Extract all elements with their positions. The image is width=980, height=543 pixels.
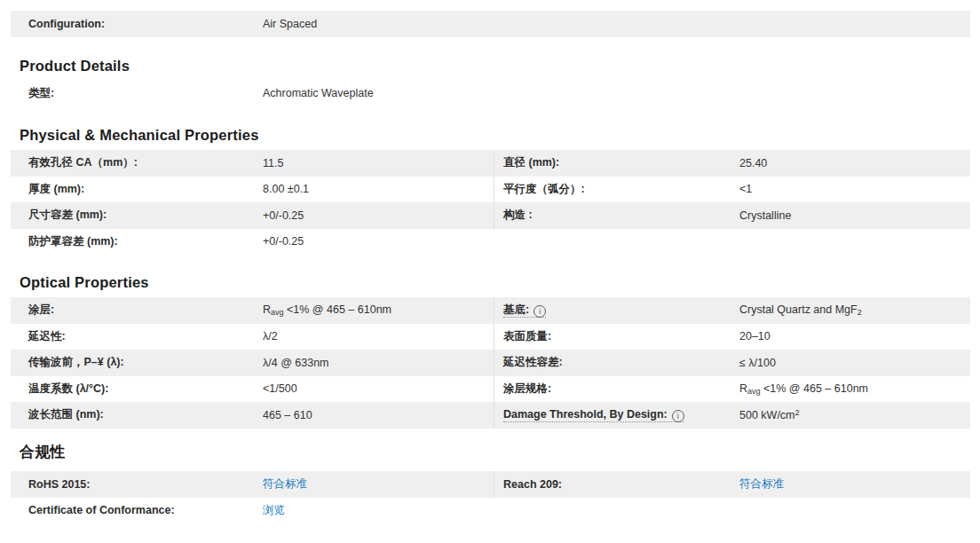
spec-label: 传输波前，P–¥ (λ):	[11, 355, 263, 370]
spec-value: Air Spaced	[263, 18, 317, 30]
spec-value: 8.00 ±0.1	[263, 183, 309, 195]
spec-value: <1	[739, 183, 752, 195]
compliance-heading: 合规性	[20, 444, 66, 461]
spec-label: RoHS 2015:	[11, 478, 263, 491]
info-icon[interactable]: i	[533, 305, 546, 318]
optical-properties-table: 涂层: Ravg <1% @ 465 – 610nm 延迟性: λ/2 传输波前…	[11, 297, 970, 429]
spec-label: 涂层:	[11, 303, 263, 318]
spec-value: λ/4 @ 633nm	[263, 357, 329, 369]
optical-left-column: 涂层: Ravg <1% @ 465 – 610nm 延迟性: λ/2 传输波前…	[11, 297, 494, 429]
spec-label: 延迟性容差:	[494, 355, 739, 370]
spec-label: 延迟性:	[11, 329, 263, 344]
spec-value: +0/-0.25	[263, 235, 304, 248]
compliance-right-column: Reach 209: 符合标准	[494, 471, 970, 498]
spec-row-rohs: RoHS 2015: 符合标准	[11, 471, 494, 498]
optical-properties-heading: Optical Properties	[20, 273, 149, 291]
spec-row-damage-threshold: Damage Threshold, By Design:i 500 kW/cm2	[494, 402, 970, 429]
spec-row-substrate: 基底:i Crystal Quartz and MgF2	[494, 297, 970, 324]
spec-label: 温度系数 (λ/°C):	[11, 382, 263, 397]
spec-label: 平行度（弧分）:	[494, 182, 739, 197]
spec-row-coating-specification: 涂层规格: Ravg <1% @ 465 – 610nm	[494, 376, 970, 403]
spec-value: Crystalline	[739, 209, 791, 222]
compliance-left-column: RoHS 2015: 符合标准 Certificate of Conforman…	[11, 471, 494, 523]
spec-label: 基底:i	[494, 303, 739, 318]
spec-row-transmitted-wavefront: 传输波前，P–¥ (λ): λ/4 @ 633nm	[11, 350, 494, 376]
rohs-compliant-link[interactable]: 符合标准	[263, 477, 307, 490]
spec-row-coating: 涂层: Ravg <1% @ 465 – 610nm	[11, 297, 494, 324]
spec-row-retardance: 延迟性: λ/2	[11, 324, 494, 350]
spec-row-reach: Reach 209: 符合标准	[494, 471, 970, 498]
optical-right-column: 基底:i Crystal Quartz and MgF2 表面质量: 20–10…	[494, 297, 970, 429]
spec-label: 波长范围 (nm):	[11, 407, 263, 422]
physical-left-column: 有效孔径 CA（mm）: 11.5 厚度 (mm): 8.00 ±0.1 尺寸容…	[11, 150, 494, 255]
spec-row-surface-quality: 表面质量: 20–10	[494, 324, 970, 350]
spec-label: Configuration:	[11, 18, 263, 30]
spec-row-clear-aperture: 有效孔径 CA（mm）: 11.5	[11, 150, 494, 177]
configuration-row: Configuration: Air Spaced	[11, 11, 970, 37]
spec-value: Ravg <1% @ 465 – 610nm	[739, 382, 868, 396]
physical-properties-heading: Physical & Mechanical Properties	[20, 126, 259, 144]
product-details-heading: Product Details	[20, 57, 130, 75]
spec-row-thickness: 厚度 (mm): 8.00 ±0.1	[11, 177, 494, 203]
compliance-table: RoHS 2015: 符合标准 Certificate of Conforman…	[11, 471, 970, 523]
spec-value: 浏览	[263, 503, 285, 518]
spec-row-diameter: 直径 (mm): 25.40	[494, 150, 970, 177]
spec-value: 500 kW/cm2	[739, 408, 800, 421]
spec-row-wavelength-range: 波长范围 (nm): 465 – 610	[11, 402, 494, 429]
spec-value: λ/2	[263, 330, 278, 342]
spec-value: +0/-0.25	[263, 209, 304, 222]
spec-value: 20–10	[739, 330, 771, 342]
spec-label: Reach 209:	[494, 478, 739, 491]
certificate-view-link[interactable]: 浏览	[263, 504, 285, 516]
physical-properties-table: 有效孔径 CA（mm）: 11.5 厚度 (mm): 8.00 ±0.1 尺寸容…	[11, 150, 970, 255]
spec-value: ≤ λ/100	[739, 357, 776, 369]
spec-row-retardance-tolerance: 延迟性容差: ≤ λ/100	[494, 350, 970, 376]
spec-value: Achromatic Waveplate	[263, 87, 374, 99]
spec-value: Crystal Quartz and MgF2	[739, 303, 862, 317]
spec-label: 构造 :	[494, 208, 739, 223]
damage-threshold-tooltip-trigger[interactable]: Damage Threshold, By Design:i	[503, 408, 684, 422]
spec-value: Ravg <1% @ 465 – 610nm	[263, 303, 391, 317]
spec-label: 尺寸容差 (mm):	[11, 208, 263, 223]
spec-label: Certificate of Conformance:	[11, 504, 263, 516]
type-row: 类型: Achromatic Waveplate	[11, 80, 970, 106]
spec-value: 465 – 610	[263, 409, 312, 421]
spec-row-certificate-of-conformance: Certificate of Conformance: 浏览	[11, 498, 494, 524]
spec-value: 25.40	[739, 157, 767, 169]
spec-row-housing-tolerance: 防护罩容差 (mm): +0/-0.25	[11, 229, 494, 256]
spec-label: Damage Threshold, By Design:i	[494, 408, 739, 422]
spec-label: 直径 (mm):	[494, 155, 739, 170]
substrate-tooltip-trigger[interactable]: 基底:i	[503, 303, 546, 318]
spec-row-temperature-coefficient: 温度系数 (λ/°C): <1/500	[11, 376, 494, 403]
spec-label: 厚度 (mm):	[11, 182, 263, 197]
spec-value: <1/500	[263, 382, 297, 395]
reach-compliant-link[interactable]: 符合标准	[739, 477, 784, 490]
spec-value: 11.5	[263, 157, 283, 169]
spec-value: 符合标准	[263, 476, 307, 492]
info-icon[interactable]: i	[672, 410, 684, 422]
spec-value: 符合标准	[739, 476, 784, 492]
spec-label: 有效孔径 CA（mm）:	[11, 155, 263, 170]
spec-row-construction: 构造 : Crystalline	[494, 202, 970, 229]
spec-label: 涂层规格:	[494, 382, 739, 397]
spec-label: 类型:	[11, 86, 263, 101]
spec-label: 表面质量:	[494, 329, 739, 344]
physical-right-column: 直径 (mm): 25.40 平行度（弧分）: <1 构造 : Crystall…	[494, 150, 970, 229]
spec-row-dimensional-tolerance: 尺寸容差 (mm): +0/-0.25	[11, 202, 494, 229]
spec-row-parallelism: 平行度（弧分）: <1	[494, 177, 970, 203]
spec-label: 防护罩容差 (mm):	[11, 234, 263, 249]
